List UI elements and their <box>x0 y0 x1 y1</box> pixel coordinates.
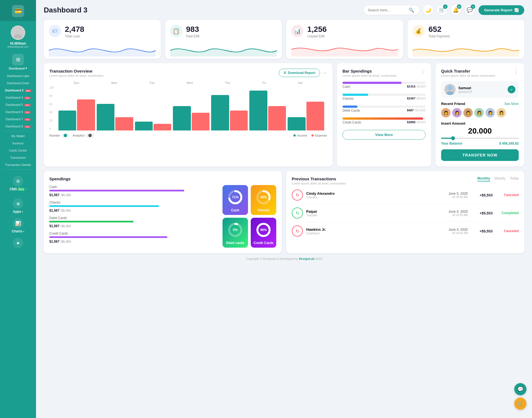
support-fab[interactable]: 💬 <box>514 383 526 395</box>
cms-badge: New <box>18 188 24 191</box>
insert-amount-label: Insert Amount <box>441 121 519 125</box>
settings-icon: ⚙ <box>13 176 23 186</box>
sidebar-item-dashboard-7[interactable]: Dashboard 7 New <box>0 116 36 123</box>
search-input[interactable] <box>368 8 406 12</box>
credit-circle-card: 96% Credit Cards <box>251 218 276 248</box>
footer-brand-link[interactable]: DexignLab <box>299 257 314 260</box>
bar-spendings-item-credit: Credit Cards $3890 /$4000 <box>342 117 426 125</box>
quick-transfer-more-icon[interactable]: ⋮ <box>514 69 519 75</box>
sidebar-item-transaction[interactable]: Transaction <box>0 154 36 161</box>
unpaid-emi-wave <box>291 42 398 57</box>
bar-spendings-items: Cash $1415 /$2000 Checks $1567 /$5000 <box>342 82 426 125</box>
tx-type-cindy: Transfer <box>306 196 335 199</box>
samuel-avatar <box>444 84 456 95</box>
sidebar-item-cards-center[interactable]: Cards Center <box>0 147 36 154</box>
cart-fab[interactable]: 🛒 <box>514 398 526 410</box>
sidebar-item-cms[interactable]: ⚙ CMS New › <box>10 174 27 193</box>
friend-avatar-1[interactable]: 👩 <box>441 108 451 117</box>
tx-name-paipal: Paipal <box>306 209 318 214</box>
cart-icon-button[interactable]: 🛒 2 <box>437 5 447 15</box>
see-more-button[interactable]: See More <box>504 102 519 106</box>
bar-spendings-more-icon[interactable]: ⋮ <box>421 69 426 75</box>
tab-today[interactable]: Today <box>510 176 519 181</box>
debit-donut: 5% <box>227 222 244 238</box>
total-loan-wave <box>49 42 156 57</box>
sidebar-item-dashboard-8[interactable]: Dashboard 8 New <box>0 123 36 130</box>
paid-emi-icon: 📋 <box>170 25 182 37</box>
cash-label: Cash <box>231 208 239 212</box>
transaction-overview-card: Transaction Overview Lorem ipsum dolor s… <box>44 63 332 166</box>
sidebar-item-dashboard-light[interactable]: Dashboard Light <box>0 72 36 80</box>
friend-avatar-5[interactable]: 👩 <box>485 108 495 117</box>
friend-avatar-6[interactable]: 👩 <box>497 108 506 117</box>
sidebar-item-dashboard-dark[interactable]: Dashboard Dark <box>0 80 36 87</box>
sidebar-item-my-wallet[interactable]: My Wallet <box>0 132 36 140</box>
quick-transfer-card: Quick Transfer Lorem ipsum dolor sit ame… <box>436 63 524 166</box>
main-content: Dashboard 3 🔍 🌙 🛒 2 🔔 12 💬 5 Generate Re… <box>36 0 532 418</box>
tx-status-paipal: Completed <box>499 211 519 215</box>
generate-report-button[interactable]: Generate Report 📈 <box>479 5 524 15</box>
bell-icon-button[interactable]: 🔔 12 <box>451 5 461 15</box>
paid-emi-number: 983 <box>186 25 200 34</box>
stat-card-total-loan: 🏷 2,478 Total Loan <box>44 20 161 59</box>
download-report-button[interactable]: ⬇ Download Report <box>279 69 320 77</box>
sidebar-item-dashboard-3[interactable]: Dashboard 3 New <box>0 87 36 94</box>
cart-badge: 2 <box>443 4 447 9</box>
spending-item-cash: Cash $1,567 /$5,000 <box>49 185 218 197</box>
tx-amount-hawkins: +$5,553 <box>476 229 493 233</box>
quick-transfer-title: Quick Transfer <box>441 69 495 73</box>
transaction-overview-title: Transaction Overview <box>49 69 104 73</box>
spendings-list: Cash $1,567 /$5,000 Checks $1,567 /$5,00… <box>49 185 218 248</box>
tx-status-hawkins: Canceled <box>499 229 519 233</box>
transaction-tabs: Monthly Weekly Today <box>477 176 519 181</box>
tab-weekly[interactable]: Weekly <box>495 176 505 181</box>
spending-item-debit: Debit Cards $1,567 /$5,000 <box>49 216 218 228</box>
more-options-icon[interactable]: ··· <box>323 70 327 76</box>
previous-transactions-subtitle: Lorem ipsum dolor sit amet, consectetur <box>292 182 346 185</box>
dashboard-grid-icon: ⊞ <box>12 54 24 65</box>
sidebar-item-transaction-details[interactable]: Transaction Details <box>0 161 36 168</box>
middle-row: Transaction Overview Lorem ipsum dolor s… <box>44 63 524 166</box>
chart-day-labels: Sun Mon Tue Wed Thu Fri Sat <box>49 81 327 84</box>
fab-container: 💬 🛒 <box>514 383 526 410</box>
friend-avatar-3[interactable]: 👩 <box>463 108 473 117</box>
transfer-now-button[interactable]: TRANSFER NOW <box>441 149 519 161</box>
sidebar-item-dashboard-5[interactable]: Dashboard 5 New <box>0 101 36 108</box>
friend-avatar-4[interactable]: 👩 <box>474 108 484 117</box>
debit-pct: 5% <box>233 228 237 232</box>
friend-avatar-2[interactable]: 👩 <box>452 108 462 117</box>
sidebar-email: william@gmail.com <box>7 45 29 48</box>
sidebar-item-charts[interactable]: 📊 Charts › <box>12 216 24 235</box>
sidebar-item-apps[interactable]: ⊕ Apps › <box>13 196 23 216</box>
total-loan-label: Total Loan <box>65 34 84 38</box>
sidebar-item-dashboard-6[interactable]: Dashboard 6 New <box>0 108 36 116</box>
tx-date-hawkins: June 4, 2020 05:34:45 AM <box>449 228 468 235</box>
tx-amount-paipal: +$5,553 <box>476 211 493 215</box>
checks-pct: 30% <box>260 195 267 199</box>
balance-label: Your Balance <box>441 142 462 145</box>
spendings-content: Cash $1,567 /$5,000 Checks $1,567 /$5,00… <box>49 185 276 248</box>
stat-card-paid-emi: 📋 983 Paid EMI <box>165 20 282 59</box>
amount-slider[interactable] <box>441 138 519 139</box>
message-icon-button[interactable]: 💬 5 <box>465 5 475 15</box>
cash-donut: 71% <box>227 189 244 206</box>
tx-date-paipal: June 4, 2020 05:34:45 AM <box>449 210 468 217</box>
new-badge: New <box>24 118 30 121</box>
sidebar-item-invoices[interactable]: Invoices <box>0 140 36 147</box>
bar-chart <box>56 86 327 130</box>
tab-monthly[interactable]: Monthly <box>477 176 490 181</box>
sidebar-item-favorite[interactable]: ★ <box>13 235 23 251</box>
header-right: 🔍 🌙 🛒 2 🔔 12 💬 5 Generate Report 📈 <box>364 5 524 15</box>
new-badge: New <box>24 111 30 114</box>
sidebar-item-dashboard-4[interactable]: Dashboard 4 New <box>0 94 36 101</box>
view-more-button[interactable]: View More <box>342 130 426 140</box>
dashboard-section-label[interactable]: Dashboard ▾ <box>9 66 27 70</box>
spending-item-credit: Credit Cards $1,567 /$5,000 <box>49 232 218 244</box>
cash-pct: 71% <box>232 195 239 199</box>
total-loan-icon: 🏷 <box>49 25 61 37</box>
quick-transfer-subtitle: Lorem ipsum dolor sit amet, consectetur <box>441 74 495 77</box>
tx-icon-cindy: ↻ <box>292 189 303 201</box>
theme-toggle-button[interactable]: 🌙 <box>423 5 433 15</box>
svg-point-2 <box>447 85 452 90</box>
new-badge: New <box>24 125 30 128</box>
